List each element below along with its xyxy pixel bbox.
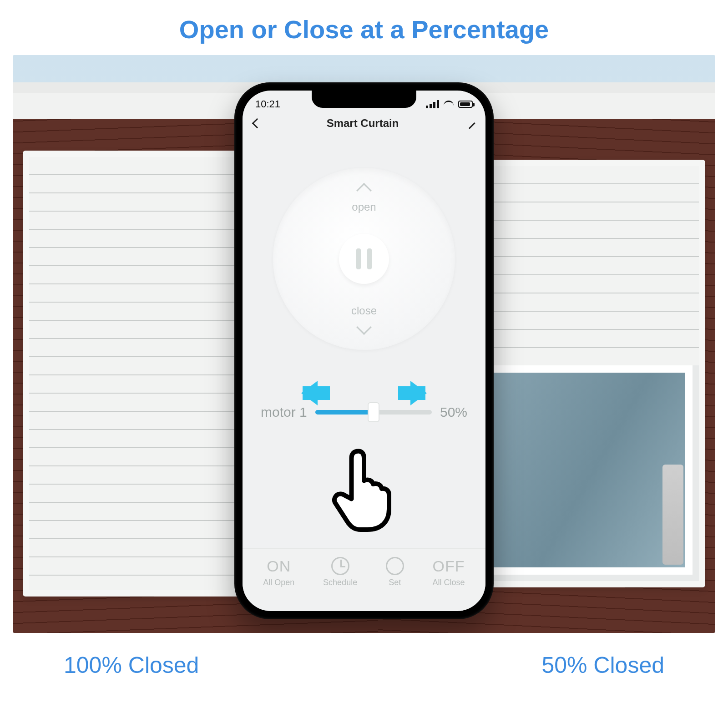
- all-close-label: All Close: [433, 578, 465, 587]
- page-headline: Open or Close at a Percentage: [0, 0, 728, 55]
- phone-notch: [312, 91, 416, 108]
- clock-icon: [331, 557, 349, 575]
- caption-right: 50% Closed: [541, 652, 664, 678]
- caption-left: 100% Closed: [64, 652, 199, 678]
- bottom-toolbar: ON All Open Schedule Set OFF All Close: [243, 548, 485, 600]
- arrow-right-icon: [384, 381, 439, 405]
- all-close-button[interactable]: OFF All Close: [433, 557, 465, 587]
- open-close-dial: open close: [273, 168, 455, 350]
- all-open-label: All Open: [263, 578, 294, 587]
- drag-hint: [289, 381, 439, 405]
- close-label: close: [351, 304, 377, 317]
- schedule-button[interactable]: Schedule: [323, 557, 357, 587]
- shutter-closed-illustration: [23, 151, 259, 597]
- chevron-down-icon: [356, 319, 372, 335]
- close-button[interactable]: close: [351, 304, 377, 333]
- gear-icon: [386, 557, 404, 575]
- slider-label: motor 1: [261, 404, 307, 420]
- edit-button[interactable]: [465, 118, 475, 128]
- position-slider[interactable]: [315, 410, 432, 415]
- on-label: ON: [267, 557, 291, 575]
- arrow-left-icon: [289, 381, 344, 405]
- set-button[interactable]: Set: [386, 557, 404, 587]
- app-navbar: Smart Curtain: [243, 112, 485, 136]
- slider-value: 50%: [440, 404, 467, 420]
- off-label: OFF: [433, 557, 465, 575]
- product-scene: 10:21 Smart Curtain open: [13, 55, 715, 633]
- chevron-up-icon: [356, 183, 372, 198]
- schedule-label: Schedule: [323, 578, 357, 587]
- screen-title: Smart Curtain: [327, 117, 399, 130]
- cell-signal-icon: [426, 100, 439, 108]
- all-open-button[interactable]: ON All Open: [263, 557, 294, 587]
- pause-icon: [367, 248, 372, 269]
- battery-icon: [458, 101, 473, 108]
- open-label: open: [352, 201, 376, 213]
- slider-thumb[interactable]: [368, 402, 379, 422]
- phone-mockup: 10:21 Smart Curtain open: [234, 82, 494, 619]
- status-time: 10:21: [255, 98, 280, 110]
- touch-hand-icon: [330, 441, 398, 532]
- pause-icon: [356, 248, 361, 269]
- open-button[interactable]: open: [352, 185, 376, 213]
- pause-button[interactable]: [339, 234, 389, 284]
- wifi-icon: [444, 101, 454, 108]
- back-button[interactable]: [252, 118, 263, 129]
- set-label: Set: [389, 578, 401, 587]
